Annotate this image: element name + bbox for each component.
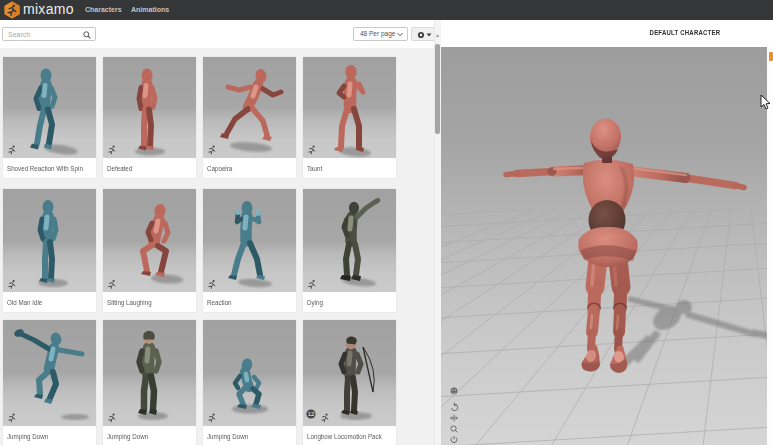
svg-text:12: 12 [308,411,315,417]
